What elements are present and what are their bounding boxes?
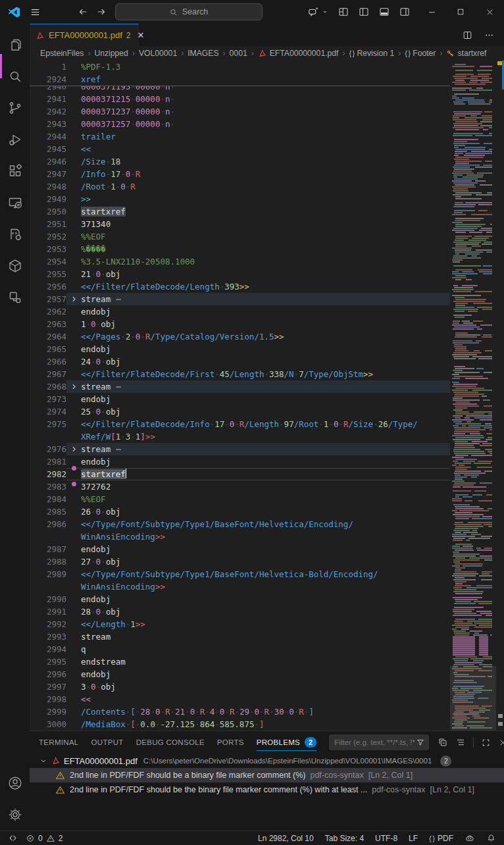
line-number[interactable]: 2956 — [30, 280, 66, 293]
code-line[interactable]: 2957stream⋯ — [30, 293, 450, 305]
code-line[interactable]: 297425·0·obj — [30, 405, 450, 418]
line-number[interactable] — [30, 430, 66, 443]
line-number[interactable]: 2991 — [30, 605, 66, 618]
line-number[interactable]: 2953 — [30, 243, 66, 255]
line-number[interactable]: 2993 — [30, 630, 66, 643]
line-number[interactable]: 2992 — [30, 618, 66, 630]
breadcrumb-item-startxref[interactable]: startxref — [446, 49, 486, 58]
activity-bar-item-account[interactable] — [0, 767, 30, 799]
line-number[interactable]: 2973 — [30, 393, 66, 405]
code-line[interactable]: WinAnsiEncoding>> — [30, 580, 450, 593]
line-number[interactable]: 2949 — [30, 193, 66, 205]
breadcrumb-item-footer[interactable]: { }Footer — [405, 49, 436, 58]
fold-chevron-icon[interactable] — [66, 443, 81, 455]
code-line[interactable]: 2994q — [30, 643, 450, 655]
code-line[interactable]: 29973·0·obj — [30, 680, 450, 693]
breadcrumb-item-efta00000001-pdf[interactable]: EFTA00000001.pdf — [258, 49, 339, 58]
back-button[interactable] — [77, 6, 89, 18]
encoding[interactable]: UTF-8 — [375, 834, 397, 843]
breadcrumb-item-0001[interactable]: 0001 — [230, 49, 247, 58]
toggle-panel-button[interactable] — [378, 6, 390, 18]
activity-bar-item-search[interactable] — [0, 61, 30, 92]
panel-tab-terminal[interactable]: TERMINAL — [39, 731, 79, 754]
bell-icon[interactable] — [486, 833, 496, 843]
code-line[interactable]: 2983372762 — [30, 480, 450, 493]
line-number[interactable]: 2976 — [30, 443, 66, 455]
copilot-status-icon[interactable] — [465, 833, 475, 844]
code-line[interactable]: 2953%���� — [30, 243, 450, 255]
code-line[interactable]: XRef/W[1·3·1]>> — [30, 430, 450, 443]
breadcrumb-item-vol00001[interactable]: VOL00001 — [139, 49, 177, 58]
activity-bar-item-package[interactable] — [0, 250, 30, 282]
problem-row[interactable]: 2nd line in PDF/FDF should be the binary… — [30, 782, 504, 797]
search-input[interactable]: Search — [115, 3, 263, 20]
line-number[interactable]: 2955 — [30, 268, 66, 280]
chevron-down-icon[interactable] — [39, 756, 48, 765]
maximize-panel-icon[interactable] — [481, 738, 491, 748]
tab-efta00000001-pdf[interactable]: EFTA00000001.pdf 2 ✕ — [30, 24, 139, 46]
code-line[interactable]: 298827·0·obj — [30, 555, 450, 568]
line-number[interactable]: 3000 — [30, 718, 66, 730]
more-actions-icon[interactable] — [484, 30, 495, 41]
code-line[interactable]: 2924xref — [30, 73, 450, 86]
line-number[interactable]: 2974 — [30, 405, 66, 418]
code-line[interactable]: 2987endobj — [30, 543, 450, 555]
code-line[interactable]: 298526·0·obj — [30, 505, 450, 518]
panel-tab-output[interactable]: OUTPUT — [91, 731, 124, 754]
code-line[interactable]: 3000/MediaBox·[·0.0·-27.125·864·585.875·… — [30, 718, 450, 730]
code-line[interactable]: 29410000371215·00000·n· — [30, 93, 450, 105]
code-line[interactable]: 2954%3.5-LNX2110-20508.1000 — [30, 255, 450, 268]
code-line[interactable]: 2986<</Type/Font/Subtype/Type1/BaseFont/… — [30, 518, 450, 530]
line-number[interactable]: 2952 — [30, 230, 66, 243]
minimap[interactable] — [450, 61, 496, 730]
code-line[interactable]: 2951371340 — [30, 218, 450, 230]
line-number[interactable]: 2964 — [30, 330, 66, 343]
code-line[interactable]: 29420000371237·00000·n· — [30, 105, 450, 118]
line-number[interactable]: 2968 — [30, 380, 66, 393]
close-panel-icon[interactable] — [498, 738, 504, 748]
line-number[interactable]: 2954 — [30, 255, 66, 268]
code-line[interactable]: 2945<< — [30, 143, 450, 155]
split-editor-icon[interactable] — [462, 30, 473, 41]
code-line[interactable]: 2998<< — [30, 693, 450, 705]
activity-bar-item-settings-gear[interactable] — [0, 799, 30, 831]
code-line[interactable]: 2999/Contents·[·28·0·R·21·0·R·4·0·R·29·0… — [30, 705, 450, 718]
line-number[interactable]: 2994 — [30, 643, 66, 655]
line-number[interactable]: 2951 — [30, 218, 66, 230]
code-line[interactable]: 2967<</Filter/FlateDecode/First·45/Lengt… — [30, 368, 450, 380]
line-number[interactable]: 2965 — [30, 343, 66, 355]
line-number[interactable]: 2942 — [30, 105, 66, 118]
view-as-tree-icon[interactable] — [455, 737, 466, 748]
line-number[interactable]: 2945 — [30, 143, 66, 155]
code-line[interactable]: 29430000371257·00000·n· — [30, 118, 450, 130]
line-number[interactable]: 2975 — [30, 418, 66, 430]
code-line[interactable]: 2952%%EOF — [30, 230, 450, 243]
breadcrumb-item-epsteinfiles[interactable]: EpsteinFiles — [40, 49, 84, 58]
line-number[interactable] — [30, 530, 66, 543]
line-number[interactable]: 2957 — [30, 293, 66, 305]
activity-bar-item-run-debug[interactable] — [0, 124, 30, 155]
code-line[interactable]: 2964<</Pages·2·0·R/Type/Catalog/Version/… — [30, 330, 450, 343]
tab-size[interactable]: Tab Size: 4 — [325, 834, 364, 843]
fold-chevron-icon[interactable] — [66, 293, 81, 305]
line-number[interactable]: 2984 — [30, 493, 66, 505]
code-line[interactable]: 2947/Info·17·0·R — [30, 168, 450, 180]
toggle-secondary-sidebar-button[interactable] — [399, 6, 411, 18]
line-number[interactable]: 2950 — [30, 205, 66, 218]
code-line[interactable]: 2996endobj — [30, 668, 450, 680]
line-number[interactable]: 2983 — [30, 480, 66, 493]
line-number[interactable]: 2996 — [30, 668, 66, 680]
line-number[interactable]: 1 — [30, 61, 66, 73]
problems-filter-input[interactable] — [333, 738, 416, 747]
line-number[interactable]: 2946 — [30, 155, 66, 168]
code-line[interactable]: 2956<</Filter/FlateDecode/Length·393>> — [30, 280, 450, 293]
line-number[interactable]: 2998 — [30, 693, 66, 705]
code-line[interactable]: 2982startxref — [30, 468, 450, 480]
line-number[interactable]: 2966 — [30, 355, 66, 368]
copilot-button[interactable] — [307, 6, 329, 18]
line-number[interactable]: 2944 — [30, 130, 66, 143]
line-number[interactable]: 2924 — [30, 73, 66, 86]
line-number[interactable]: 2947 — [30, 168, 66, 180]
minimize-button[interactable] — [417, 0, 446, 24]
code-line[interactable]: 2962endobj — [30, 305, 450, 318]
